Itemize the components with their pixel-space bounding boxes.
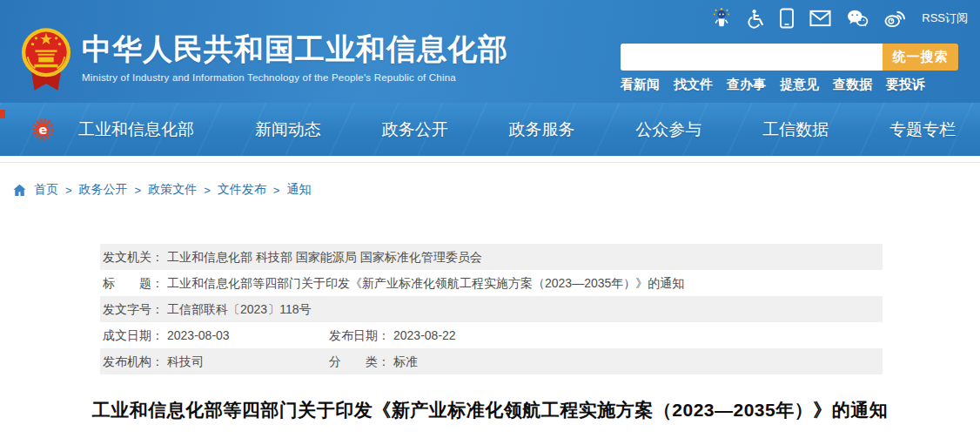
nav-item-miit-data[interactable]: 工信数据 bbox=[762, 118, 829, 141]
breadcrumb-policy-files[interactable]: 政策文件 bbox=[148, 182, 197, 198]
breadcrumb-notice[interactable]: 通知 bbox=[286, 182, 311, 198]
accessibility-link[interactable] bbox=[746, 9, 764, 29]
unified-search-button[interactable]: 统一搜索 bbox=[883, 44, 958, 71]
nav-corner-marker bbox=[0, 110, 5, 118]
breadcrumb-separator: > bbox=[273, 184, 280, 197]
nav-item-miit[interactable]: 工业和信息化部 bbox=[78, 118, 194, 141]
meta-row-title: 标 题： 工业和信息化部等四部门关于印发《新产业标准化领航工程实施方案（2023… bbox=[100, 270, 883, 296]
national-emblem-icon bbox=[21, 26, 71, 94]
quick-link-data[interactable]: 查数据 bbox=[833, 77, 872, 93]
quick-link-suggest[interactable]: 提意见 bbox=[780, 77, 819, 93]
mail-icon bbox=[809, 10, 831, 27]
document-meta-table: 发文机关： 工业和信息化部 科技部 国家能源局 国家标准化管理委员会 标 题： … bbox=[100, 244, 883, 374]
meta-row-publisher-category: 发布机构： 科技司 分 类： 标准 bbox=[100, 348, 883, 374]
meta-cell: 发布机构： 科技司 bbox=[100, 348, 326, 374]
article-title: 工业和信息化部等四部门关于印发《新产业标准化领航工程实施方案（2023—2035… bbox=[0, 398, 980, 422]
meta-cell: 标 题： 工业和信息化部等四部门关于印发《新产业标准化领航工程实施方案（2023… bbox=[100, 270, 684, 296]
meta-value: 2023-08-03 bbox=[167, 322, 230, 348]
meta-label: 标 题： bbox=[103, 270, 164, 296]
mobile-link[interactable] bbox=[779, 8, 795, 29]
meta-cell: 发文字号： 工信部联科〔2023〕118号 bbox=[100, 296, 311, 322]
meta-label: 发文字号： bbox=[103, 296, 164, 322]
breadcrumb-separator: > bbox=[135, 184, 142, 197]
weibo-link[interactable] bbox=[883, 9, 907, 28]
meta-label: 发布机构： bbox=[103, 348, 164, 374]
header-divider bbox=[0, 156, 980, 163]
quick-link-services[interactable]: 查办事 bbox=[727, 77, 766, 93]
utility-bar: RSS订阅 bbox=[712, 8, 968, 29]
meta-cell: 分 类： 标准 bbox=[326, 348, 418, 374]
breadcrumb: 首页 > 政务公开 > 政策文件 > 文件发布 > 通知 bbox=[12, 181, 980, 199]
site-subtitle: Ministry of Industry and Information Tec… bbox=[82, 72, 508, 83]
meta-row-document-number: 发文字号： 工信部联科〔2023〕118号 bbox=[100, 296, 883, 322]
site-header: 中华人民共和国工业和信息化部 Ministry of Industry and … bbox=[0, 0, 980, 156]
nav-items: 工业和信息化部 新闻动态 政务公开 政务服务 公众参与 工信数据 专题专栏 bbox=[78, 103, 956, 156]
nav-item-public-participation[interactable]: 公众参与 bbox=[635, 118, 701, 141]
rss-link[interactable]: RSS订阅 bbox=[922, 10, 968, 26]
site-brand[interactable]: 中华人民共和国工业和信息化部 Ministry of Industry and … bbox=[21, 26, 508, 94]
breadcrumb-separator: > bbox=[204, 184, 211, 197]
meta-cell: 成文日期： 2023-08-03 bbox=[100, 322, 326, 348]
site-title: 中华人民共和国工业和信息化部 bbox=[82, 33, 508, 65]
breadcrumb-file-release[interactable]: 文件发布 bbox=[218, 182, 266, 198]
quick-link-files[interactable]: 找文件 bbox=[674, 77, 713, 93]
meta-value: 科技司 bbox=[167, 348, 204, 374]
wechat-icon bbox=[846, 9, 869, 28]
wechat-link[interactable] bbox=[846, 9, 869, 28]
meta-value: 工信部联科〔2023〕118号 bbox=[167, 296, 311, 322]
home-icon[interactable] bbox=[12, 183, 27, 198]
nav-item-gov-disclosure[interactable]: 政务公开 bbox=[382, 118, 448, 141]
meta-row-issuing-agency: 发文机关： 工业和信息化部 科技部 国家能源局 国家标准化管理委员会 bbox=[100, 244, 883, 270]
main-nav: e 工业和信息化部 新闻动态 政务公开 政务服务 公众参与 工信数据 专题专栏 bbox=[0, 103, 980, 156]
meta-label: 成文日期： bbox=[103, 322, 164, 348]
breadcrumb-separator: > bbox=[65, 184, 72, 197]
meta-label: 发布日期： bbox=[329, 322, 390, 348]
meta-cell: 发文机关： 工业和信息化部 科技部 国家能源局 国家标准化管理委员会 bbox=[100, 244, 482, 270]
mobile-icon bbox=[779, 8, 795, 29]
quick-link-complaint[interactable]: 要投诉 bbox=[886, 77, 925, 93]
miit-gear-logo-icon: e bbox=[31, 118, 55, 141]
meta-value: 工业和信息化部 科技部 国家能源局 国家标准化管理委员会 bbox=[167, 244, 482, 270]
breadcrumb-gov-disclosure[interactable]: 政务公开 bbox=[79, 182, 128, 198]
ai-mascot-icon bbox=[712, 8, 731, 29]
meta-row-dates: 成文日期： 2023-08-03 发布日期： 2023-08-22 bbox=[100, 322, 883, 348]
meta-label: 分 类： bbox=[329, 348, 390, 374]
meta-label: 发文机关： bbox=[103, 244, 164, 270]
weibo-icon bbox=[883, 9, 907, 28]
nav-item-special-topics[interactable]: 专题专栏 bbox=[889, 118, 956, 141]
breadcrumb-home[interactable]: 首页 bbox=[34, 182, 58, 198]
meta-value: 标准 bbox=[393, 348, 418, 374]
search-area: 统一搜索 bbox=[621, 44, 958, 71]
meta-value: 2023-08-22 bbox=[393, 322, 456, 348]
nav-item-news[interactable]: 新闻动态 bbox=[255, 118, 321, 141]
quick-links: 看新闻 找文件 查办事 提意见 查数据 要投诉 bbox=[621, 77, 925, 93]
meta-cell: 发布日期： 2023-08-22 bbox=[326, 322, 456, 348]
mail-link[interactable] bbox=[809, 10, 831, 27]
svg-text:e: e bbox=[39, 123, 48, 137]
ai-mascot-link[interactable] bbox=[712, 8, 731, 29]
quick-link-news[interactable]: 看新闻 bbox=[621, 77, 660, 93]
nav-item-gov-services[interactable]: 政务服务 bbox=[508, 118, 574, 141]
meta-value: 工业和信息化部等四部门关于印发《新产业标准化领航工程实施方案（2023—2035… bbox=[167, 270, 684, 296]
search-input[interactable] bbox=[621, 44, 883, 71]
accessibility-icon bbox=[746, 9, 764, 29]
